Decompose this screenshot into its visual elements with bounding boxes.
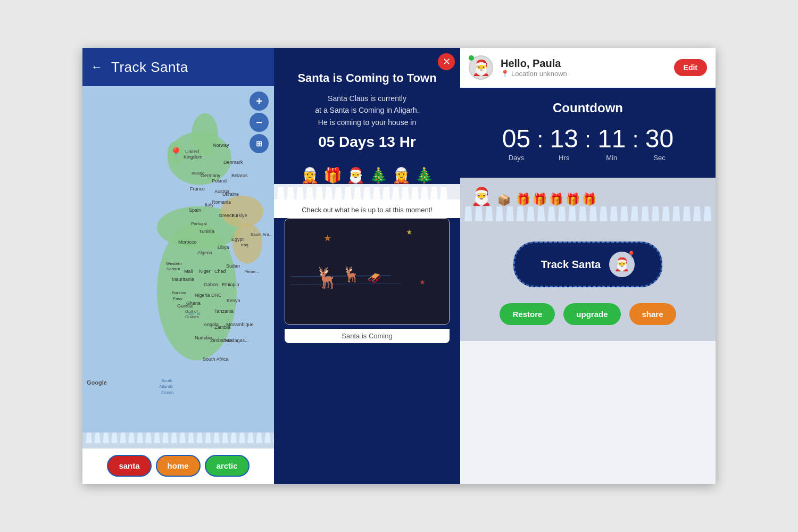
svg-text:Tunisia: Tunisia xyxy=(199,229,214,234)
svg-text:Ethiopia: Ethiopia xyxy=(222,282,239,287)
snow-section xyxy=(274,184,460,200)
svg-text:📍: 📍 xyxy=(169,146,184,161)
zoom-in-button[interactable]: + xyxy=(250,92,269,111)
track-button-section: Track Santa 🎅 xyxy=(460,231,716,298)
santa-nav-button[interactable]: santa xyxy=(107,455,151,477)
home-nav-button[interactable]: home xyxy=(156,455,201,477)
info-countdown: 05 Days 13 Hr xyxy=(287,134,447,151)
profile-location: 📍 Location unknown xyxy=(501,70,674,78)
back-button[interactable]: ← xyxy=(91,60,103,74)
video-scene: 🦌 🦌 🛷 xyxy=(285,219,449,324)
sep3: : xyxy=(633,127,639,161)
svg-text:Kenya: Kenya xyxy=(227,298,240,303)
countdown-row: 05 Days : 13 Hrs : 11 Min : 30 Sec xyxy=(476,126,700,162)
svg-text:Romania: Romania xyxy=(212,200,231,205)
svg-text:Western: Western xyxy=(166,261,182,266)
svg-text:Denmark: Denmark xyxy=(223,160,243,165)
svg-text:Ukraine: Ukraine xyxy=(222,192,239,197)
arctic-nav-button[interactable]: arctic xyxy=(205,455,250,477)
svg-text:Gabon: Gabon xyxy=(204,282,218,287)
gift1: 🎁 xyxy=(516,193,530,206)
svg-text:Yeme...: Yeme... xyxy=(245,269,259,274)
upgrade-button[interactable]: upgrade xyxy=(563,303,620,325)
countdown-hrs: 13 Hrs xyxy=(545,126,583,162)
map-title: Track Santa xyxy=(111,59,188,76)
svg-text:Niger: Niger xyxy=(199,269,211,274)
profile-info: Hello, Paula 📍 Location unknown xyxy=(501,57,674,78)
countdown-days-num: 05 xyxy=(497,126,535,152)
svg-text:DRC: DRC xyxy=(211,293,222,298)
scene-section: 🎅 📦 🎁 🎁 🎁 🎁 🎁 xyxy=(460,178,716,231)
info-header: Santa is Coming to Town Santa Claus is c… xyxy=(274,48,460,161)
countdown-title: Countdown xyxy=(476,101,700,115)
restore-button[interactable]: Restore xyxy=(500,303,555,325)
gift2: 🎁 xyxy=(533,193,547,206)
svg-text:Türkiye: Türkiye xyxy=(231,213,247,218)
character-row: 🧝 🎁 🎅 🎄 🧝 🎄 xyxy=(274,161,460,184)
close-button[interactable]: ✕ xyxy=(438,53,455,70)
location-text: Location unknown xyxy=(511,70,567,78)
countdown-section: Countdown 05 Days : 13 Hrs : 11 Min : xyxy=(460,88,716,178)
svg-text:Burkina: Burkina xyxy=(172,290,187,295)
track-label: Track Santa xyxy=(541,259,601,271)
svg-text:Spain: Spain xyxy=(189,207,201,213)
countdown-days-label: Days xyxy=(497,154,535,162)
svg-text:Madagas...: Madagas... xyxy=(225,338,249,343)
map-controls: + − ⊞ xyxy=(250,92,269,153)
santa-icon: 🎅 xyxy=(346,167,365,184)
svg-text:France: France xyxy=(190,186,205,192)
svg-text:Gulf of: Gulf of xyxy=(188,311,201,316)
icicle-row xyxy=(82,433,274,445)
svg-text:Tanzania: Tanzania xyxy=(214,309,234,314)
profile-panel: 🎅 Hello, Paula 📍 Location unknown Edit C… xyxy=(460,48,716,484)
svg-text:South: South xyxy=(161,378,172,383)
info-title: Santa is Coming to Town xyxy=(287,71,447,85)
action-buttons: Restore upgrade share xyxy=(460,298,716,341)
svg-text:United: United xyxy=(185,149,199,154)
countdown-days: 05 Days xyxy=(497,126,535,162)
info-icicle-row xyxy=(274,187,460,200)
svg-text:Atlantic: Atlantic xyxy=(159,384,173,389)
gift5: 🎁 xyxy=(582,193,596,206)
online-dot xyxy=(469,55,474,61)
svg-text:Morocco: Morocco xyxy=(178,239,197,245)
zoom-out-button[interactable]: − xyxy=(250,113,269,132)
map-area[interactable]: United Kingdom Ireland Norway Denmark Be… xyxy=(82,86,274,433)
svg-text:Libya: Libya xyxy=(218,245,229,250)
svg-text:Norway: Norway xyxy=(213,143,229,148)
svg-text:Italy: Italy xyxy=(205,202,214,207)
tree-icon: 🎄 xyxy=(369,167,388,184)
share-button[interactable]: share xyxy=(629,303,676,325)
check-text: Check out what he is up to at this momen… xyxy=(274,200,460,218)
map-header: ← Track Santa xyxy=(82,48,274,86)
track-icon: 🎅 xyxy=(609,252,635,277)
svg-text:Germany: Germany xyxy=(201,173,221,178)
svg-text:Ghana: Ghana xyxy=(186,301,201,306)
profile-header: 🎅 Hello, Paula 📍 Location unknown Edit xyxy=(460,48,716,88)
svg-text:Poland: Poland xyxy=(212,178,227,184)
scene-gifts: 📦 xyxy=(497,194,511,206)
svg-text:Kingdom: Kingdom xyxy=(184,154,203,160)
scene-icicles xyxy=(460,206,716,221)
countdown-hrs-label: Hrs xyxy=(545,154,583,162)
svg-text:Algeria: Algeria xyxy=(197,250,212,255)
svg-text:🦌: 🦌 xyxy=(314,266,339,290)
svg-text:Sudan: Sudan xyxy=(226,263,240,269)
svg-text:Saudi Ara...: Saudi Ara... xyxy=(251,232,272,237)
svg-text:Nigeria: Nigeria xyxy=(195,293,210,298)
sep1: : xyxy=(537,127,543,161)
track-santa-button[interactable]: Track Santa 🎅 xyxy=(513,242,662,287)
gift4: 🎁 xyxy=(566,193,580,206)
svg-text:Portugal: Portugal xyxy=(191,221,207,226)
info-panel: ✕ Santa is Coming to Town Santa Claus is… xyxy=(274,48,460,484)
svg-text:Chad: Chad xyxy=(214,269,226,274)
layers-button[interactable]: ⊞ xyxy=(250,134,269,153)
svg-text:Faso: Faso xyxy=(173,296,182,301)
elf-icon: 🧝 xyxy=(301,167,319,184)
edit-button[interactable]: Edit xyxy=(674,59,707,76)
map-svg: United Kingdom Ireland Norway Denmark Be… xyxy=(82,86,274,433)
scene-chars: 🎅 📦 🎁 🎁 🎁 🎁 🎁 xyxy=(460,178,716,206)
nav-buttons: santa home arctic xyxy=(82,448,274,484)
countdown-sec-label: Sec xyxy=(641,154,678,162)
svg-text:Mozambique: Mozambique xyxy=(226,322,254,327)
